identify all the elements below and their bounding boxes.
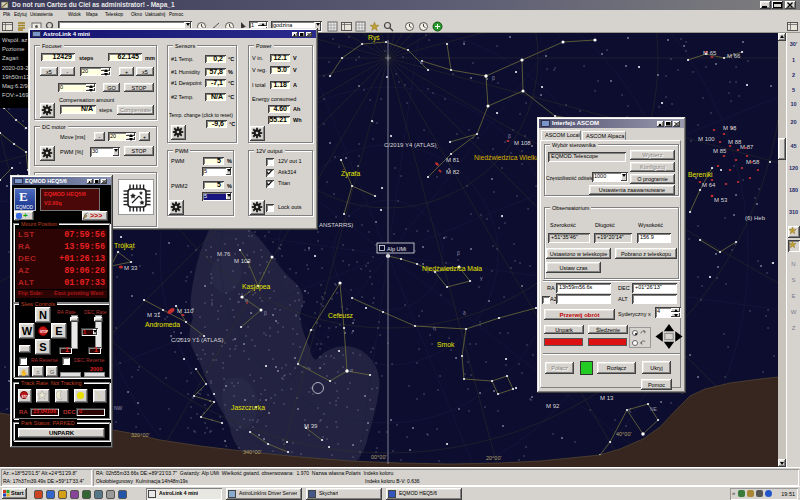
svg-text:η: η (433, 325, 436, 331)
svg-text:M 85: M 85 (713, 148, 727, 154)
svg-text:00°00': 00°00' (371, 454, 387, 460)
svg-text:Zagań: Zagań (2, 55, 18, 61)
svg-text:C/2019 Y4 (ATLAS): C/2019 Y4 (ATLAS) (384, 142, 436, 148)
svg-text:M 13: M 13 (600, 395, 614, 401)
svg-text:M 33: M 33 (124, 265, 138, 271)
svg-text:ANSTARRS): ANSTARRS) (319, 222, 353, 228)
svg-text:α: α (350, 367, 353, 373)
svg-text:M 82: M 82 (446, 169, 460, 175)
svg-text:Poziome: Poziome (2, 46, 25, 52)
svg-text:40°00': 40°00' (616, 431, 632, 437)
svg-text:Bereniki: Bereniki (688, 171, 713, 178)
svg-text:Trójkąt: Trójkąt (114, 242, 135, 250)
svg-text:Jaszczurka: Jaszczurka (231, 404, 265, 411)
svg-text:Żyrafa: Żyrafa (341, 169, 360, 178)
svg-text:M 58: M 58 (746, 159, 760, 165)
svg-text:19h50m13: 19h50m13 (2, 74, 29, 80)
svg-text:Kasjopea: Kasjopea (242, 283, 271, 291)
svg-text:Smok: Smok (437, 341, 455, 348)
svg-text:C/2019 Y1 (ATLAS): C/2019 Y1 (ATLAS) (171, 337, 223, 343)
svg-text:Andromeda: Andromeda (145, 321, 180, 328)
svg-text:M 110: M 110 (177, 308, 194, 314)
svg-text:β: β (264, 310, 267, 316)
svg-text:M 39: M 39 (304, 423, 318, 429)
svg-text:Mag:6.2/9: Mag:6.2/9 (2, 83, 28, 89)
svg-text:Ryś: Ryś (368, 34, 380, 42)
svg-text:Niedźwiedzica Mała: Niedźwiedzica Mała (422, 265, 482, 272)
svg-text:M 100: M 100 (698, 136, 715, 142)
svg-text:M 108: M 108 (514, 140, 531, 146)
svg-text:M 31: M 31 (147, 312, 161, 318)
svg-text:M 65: M 65 (703, 50, 717, 56)
svg-text:NE: NE (650, 406, 658, 412)
svg-text:β: β (492, 75, 495, 81)
svg-text:α: α (245, 297, 248, 303)
svg-text:(6) Heb: (6) Heb (745, 215, 766, 221)
svg-text:340°00': 340°00' (243, 449, 262, 455)
svg-text:β: β (508, 133, 511, 139)
svg-text:Cefeusz: Cefeusz (328, 312, 354, 319)
svg-text:M 81: M 81 (446, 157, 460, 163)
svg-text:Alp UMi: Alp UMi (387, 246, 406, 252)
svg-text:M 53: M 53 (714, 197, 728, 203)
svg-text:20°00': 20°00' (486, 455, 502, 461)
svg-text:M 103: M 103 (234, 258, 251, 264)
svg-text:Niedźwiedzica Wielka: Niedźwiedzica Wielka (474, 154, 540, 161)
svg-text:δ: δ (463, 310, 466, 316)
svg-text:320°00': 320°00' (131, 432, 150, 438)
svg-text:α: α (420, 59, 423, 65)
svg-text:β: β (457, 250, 460, 256)
svg-text:NW: NW (114, 405, 123, 411)
svg-text:M 66: M 66 (727, 53, 741, 59)
svg-text:M 76: M 76 (217, 251, 231, 257)
svg-text:2020-03-2: 2020-03-2 (2, 65, 28, 71)
svg-text:M 92: M 92 (546, 403, 560, 409)
svg-text:FOV:+169: FOV:+169 (2, 92, 28, 98)
svg-text:M 98: M 98 (723, 125, 737, 131)
svg-text:Współ. az: Współ. az (2, 37, 28, 43)
svg-text:M 87: M 87 (740, 144, 754, 150)
svg-text:M 64: M 64 (702, 182, 716, 188)
